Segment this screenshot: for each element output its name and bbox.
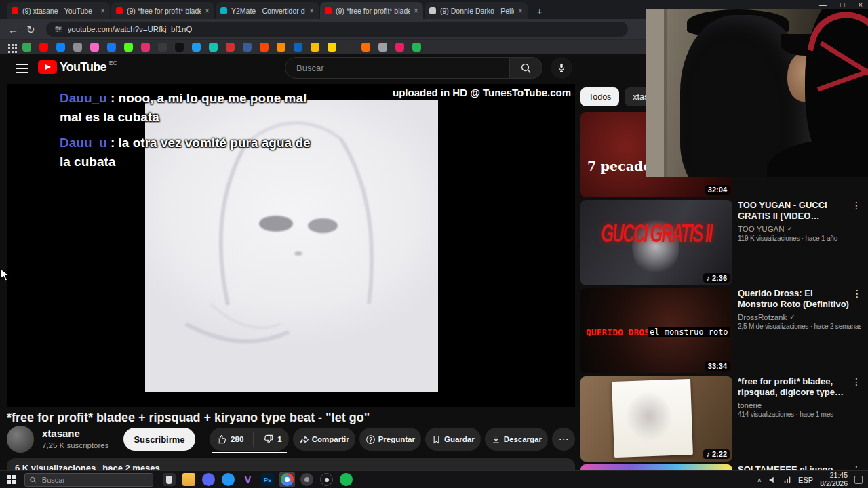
- tray-chevron-icon[interactable]: ∧: [757, 476, 762, 483]
- apps-grid-icon[interactable]: [8, 44, 10, 46]
- browser-tab[interactable]: Y2Mate - Convertidor de YouT... ×: [216, 2, 319, 19]
- video-menu-icon[interactable]: ⋮: [852, 464, 861, 470]
- like-button[interactable]: 280: [210, 428, 250, 451]
- bookmark-favicon[interactable]: [361, 43, 370, 52]
- video-thumbnail[interactable]: ♪ 2:22: [580, 376, 732, 462]
- minimize-button[interactable]: —: [819, 1, 827, 9]
- network-icon[interactable]: [783, 476, 791, 484]
- more-actions-button[interactable]: ⋯: [552, 428, 575, 451]
- bookmark-favicon[interactable]: [124, 43, 133, 52]
- bookmark-favicon[interactable]: [294, 43, 302, 52]
- channel-line[interactable]: DrossRotzank✓: [738, 313, 861, 321]
- browser-tab[interactable]: (9) *free for profit* bladee + e... ×: [111, 2, 214, 19]
- youtube-logo[interactable]: YouTube EC: [38, 60, 117, 74]
- tab-close-icon[interactable]: ×: [100, 7, 105, 15]
- channel-line[interactable]: tonerie: [738, 401, 861, 409]
- camera-app-icon[interactable]: [300, 473, 313, 486]
- bookmark-favicon[interactable]: [175, 43, 184, 52]
- bookmark-favicon[interactable]: [344, 43, 353, 52]
- back-icon[interactable]: ←: [8, 24, 18, 35]
- dislike-button[interactable]: 1: [256, 428, 288, 451]
- address-bar[interactable]: youtube.com/watch?v=URfkj_bf1nQ: [46, 22, 628, 37]
- bookmark-favicon[interactable]: [378, 43, 387, 52]
- refresh-icon[interactable]: ↻: [26, 24, 35, 35]
- video-menu-icon[interactable]: ⋮: [852, 376, 861, 387]
- taskbar-search[interactable]: [24, 473, 153, 487]
- video-player[interactable]: Dauu_u : nooo, a mí lo que me pone mal m…: [7, 84, 575, 407]
- channel-avatar[interactable]: [7, 426, 34, 453]
- save-button[interactable]: Guardar: [425, 428, 481, 451]
- visual-studio-icon[interactable]: V: [241, 473, 254, 486]
- recommended-video[interactable]: QUERIDO DROSS el monstruo roto 33:34 Que…: [580, 288, 861, 373]
- speaker-icon[interactable]: [768, 476, 776, 484]
- download-button[interactable]: Descargar: [485, 428, 548, 451]
- epic-games-icon[interactable]: [163, 473, 176, 486]
- bookmark-favicon[interactable]: [328, 43, 336, 52]
- bookmark-favicon[interactable]: [277, 43, 285, 52]
- ask-button[interactable]: Preguntar: [359, 428, 421, 451]
- video-menu-icon[interactable]: ⋮: [852, 288, 861, 299]
- messenger-icon[interactable]: [222, 473, 235, 486]
- language-indicator[interactable]: ESP: [798, 476, 813, 484]
- bookmark-favicon[interactable]: [141, 43, 150, 52]
- video-menu-icon[interactable]: ⋮: [852, 200, 861, 211]
- search-button[interactable]: [510, 57, 542, 79]
- recommended-video[interactable]: SOLTAMEEEE el juego ⋮: [580, 464, 861, 470]
- video-title[interactable]: TOO YUGAN - GUCCI GRATIS II [VIDEO OFICI…: [738, 200, 861, 222]
- video-description[interactable]: 6 K visualizaciones hace 2 meses: [7, 458, 575, 470]
- bookmark-favicon[interactable]: [158, 43, 167, 52]
- chip-todos[interactable]: Todos: [580, 87, 619, 106]
- bookmark-favicon[interactable]: [243, 43, 252, 52]
- video-title[interactable]: Querido Dross: El Monstruo Roto (Definit…: [738, 288, 861, 310]
- video-title[interactable]: SOLTAMEEEE el juego: [738, 464, 861, 470]
- start-button[interactable]: [3, 472, 20, 487]
- bookmark-favicon[interactable]: [90, 43, 99, 52]
- hamburger-menu-icon[interactable]: [16, 64, 28, 65]
- discord-icon[interactable]: [202, 473, 215, 486]
- bookmark-favicon[interactable]: [412, 43, 421, 52]
- recommended-video[interactable]: ♪ 2:22 *free for profit* bladee, ripsqua…: [580, 376, 861, 462]
- search-input[interactable]: [295, 62, 500, 74]
- obs-icon[interactable]: [320, 473, 333, 486]
- subscribe-button[interactable]: Suscribirme: [123, 428, 195, 451]
- file-explorer-icon[interactable]: [182, 473, 195, 486]
- bookmark-favicon[interactable]: [311, 43, 319, 52]
- channel-name[interactable]: xtasane: [42, 428, 108, 441]
- taskbar-clock[interactable]: 21:45 8/2/2026: [820, 472, 848, 487]
- tab-close-icon[interactable]: ×: [309, 7, 314, 15]
- browser-tab[interactable]: (9) xtasane - YouTube ×: [7, 2, 110, 19]
- spotify-icon[interactable]: [340, 473, 353, 486]
- browser-tab[interactable]: (9) Donnie Darko - Película com... ×: [425, 2, 528, 19]
- recommended-video[interactable]: GUCCI GRATIS II ♪ 2:36 TOO YUGAN - GUCCI…: [580, 200, 861, 285]
- maximize-button[interactable]: □: [840, 1, 845, 9]
- channel-line[interactable]: TOO YUGAN✓: [738, 225, 861, 233]
- bookmark-favicon[interactable]: [395, 43, 404, 52]
- bookmark-favicon[interactable]: [22, 43, 31, 52]
- photoshop-icon[interactable]: Ps: [261, 473, 274, 486]
- taskbar-search-input[interactable]: [41, 475, 149, 485]
- bookmark-favicon[interactable]: [209, 43, 218, 52]
- mic-button[interactable]: [551, 57, 572, 79]
- video-thumbnail[interactable]: GUCCI GRATIS II ♪ 2:36: [580, 200, 732, 285]
- bookmark-favicon[interactable]: [39, 43, 48, 52]
- video-thumbnail[interactable]: [580, 464, 732, 470]
- chrome-icon[interactable]: [281, 473, 294, 486]
- new-tab-button[interactable]: +: [532, 3, 548, 19]
- bookmark-favicon[interactable]: [260, 43, 269, 52]
- search-box[interactable]: [285, 57, 510, 79]
- browser-tab-active[interactable]: (9) *free for profit* bladee + rip... ×: [320, 2, 423, 19]
- bookmark-favicon[interactable]: [56, 43, 65, 52]
- bookmark-favicon[interactable]: [226, 43, 235, 52]
- bookmark-favicon[interactable]: [107, 43, 116, 52]
- bookmark-favicon[interactable]: [192, 43, 201, 52]
- close-button[interactable]: ×: [859, 1, 863, 9]
- tab-close-icon[interactable]: ×: [518, 7, 523, 15]
- video-title[interactable]: *free for profit* bladee, ripsquad, digi…: [738, 376, 861, 399]
- bookmark-favicon[interactable]: [73, 43, 82, 52]
- share-button[interactable]: Compartir: [293, 428, 355, 451]
- tab-close-icon[interactable]: ×: [205, 7, 210, 15]
- tab-close-icon[interactable]: ×: [414, 7, 418, 15]
- video-thumbnail[interactable]: QUERIDO DROSS el monstruo roto 33:34: [580, 288, 732, 373]
- site-info-icon[interactable]: [54, 25, 62, 33]
- notification-center-icon[interactable]: [854, 476, 863, 484]
